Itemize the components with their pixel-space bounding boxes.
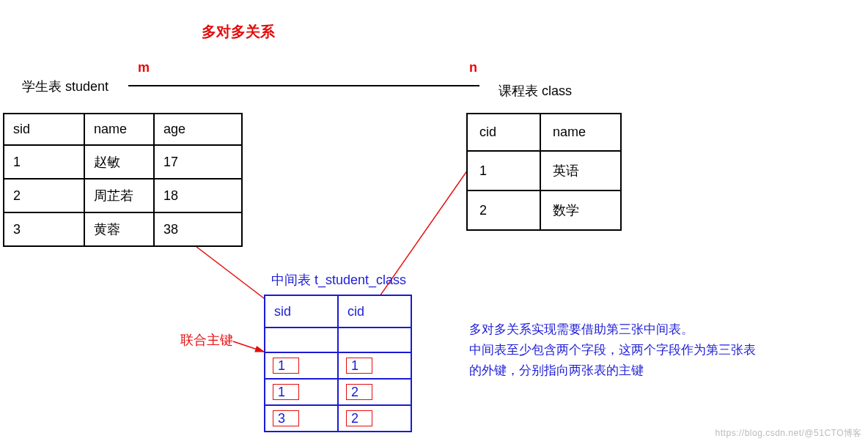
table-header-row: sid name age	[4, 114, 242, 145]
class-table: cid name 1 英语 2 数学	[466, 113, 622, 231]
cell-sid: 1	[4, 145, 84, 179]
col-age: age	[154, 114, 242, 145]
student-table: sid name age 1 赵敏 17 2 周芷若 18 3 黄蓉 38	[3, 113, 243, 247]
table-header-row: sid cid	[265, 295, 411, 328]
col-sid: sid	[265, 295, 338, 328]
cell-sid-boxed: 1	[273, 358, 299, 374]
cell-name: 黄蓉	[84, 212, 154, 246]
cell-cid: 1	[467, 151, 540, 190]
col-sid: sid	[4, 114, 84, 145]
cardinality-m: m	[138, 60, 150, 75]
diagram-title: 多对多关系	[202, 22, 275, 42]
cell-sid: 2	[4, 179, 84, 212]
cell-name: 英语	[540, 151, 621, 190]
cell-sid-boxed: 3	[273, 410, 299, 426]
table-row: 1 2	[265, 379, 411, 405]
student-table-label: 学生表 student	[22, 78, 108, 95]
cell-name: 数学	[540, 190, 621, 230]
cell-sid-boxed: 1	[273, 384, 299, 400]
cell-age: 38	[154, 212, 242, 246]
composite-key-label: 联合主键	[180, 331, 233, 349]
table-row: 3 黄蓉 38	[4, 212, 242, 246]
watermark: https://blog.csdn.net/@51CTO博客	[716, 427, 862, 440]
table-row: 1 英语	[467, 151, 621, 190]
cell-cid-boxed: 2	[346, 410, 372, 426]
arrow-composite-key	[233, 341, 264, 352]
middle-table: sid cid 1 1 1 2 3 2	[264, 295, 412, 432]
col-name: name	[84, 114, 154, 145]
cardinality-n: n	[469, 60, 477, 75]
description-block: 多对多关系实现需要借助第三张中间表。 中间表至少包含两个字段，这两个字段作为第三…	[469, 319, 850, 381]
table-row: 2 周芷若 18	[4, 179, 242, 212]
description-line: 的外键，分别指向两张表的主键	[469, 360, 850, 381]
cell-name: 周芷若	[84, 179, 154, 212]
description-line: 中间表至少包含两个字段，这两个字段作为第三张表	[469, 340, 850, 360]
cell-cid-boxed: 2	[346, 384, 372, 400]
cell-age: 17	[154, 145, 242, 179]
table-row	[265, 328, 411, 352]
cell-cid-boxed: 1	[346, 358, 372, 374]
cell-age: 18	[154, 179, 242, 212]
table-row: 3 2	[265, 405, 411, 432]
table-header-row: cid name	[467, 114, 621, 151]
middle-table-label: 中间表 t_student_class	[271, 271, 406, 289]
cell-sid: 3	[4, 212, 84, 246]
table-row: 1 赵敏 17	[4, 145, 242, 179]
cell-cid: 2	[467, 190, 540, 230]
col-cid: cid	[467, 114, 540, 151]
col-cid: cid	[338, 295, 411, 328]
description-line: 多对多关系实现需要借助第三张中间表。	[469, 319, 850, 340]
table-row: 2 数学	[467, 190, 621, 230]
col-name: name	[540, 114, 621, 151]
class-table-label: 课程表 class	[499, 82, 572, 100]
cell-name: 赵敏	[84, 145, 154, 179]
table-row: 1 1	[265, 352, 411, 379]
